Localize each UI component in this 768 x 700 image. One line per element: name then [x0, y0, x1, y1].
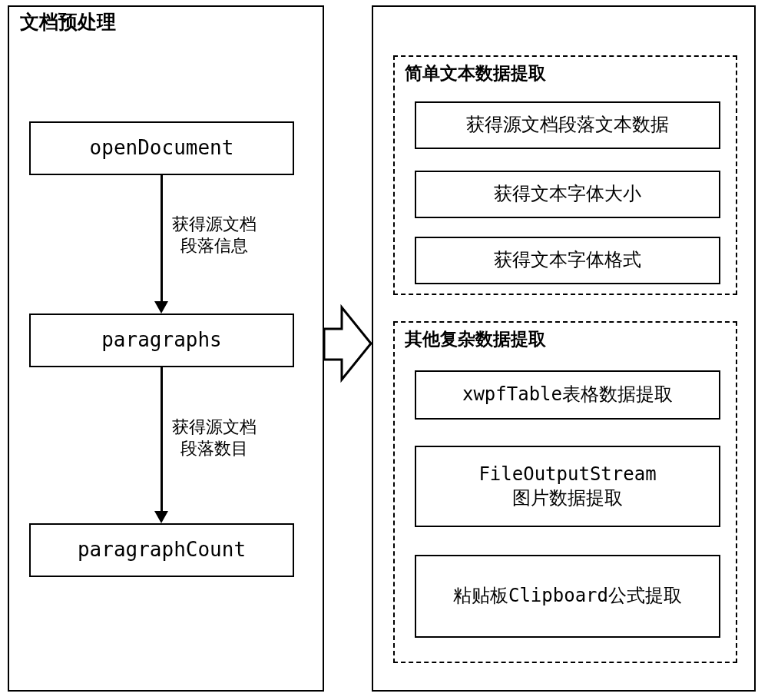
- group1-item3: 获得文本字体格式: [415, 237, 720, 284]
- arrow-line-1: [161, 175, 163, 302]
- step-paragraph-count: paragraphCount: [29, 523, 294, 577]
- arrow-head-1: [154, 301, 168, 314]
- step-paragraphs: paragraphs: [29, 314, 294, 367]
- arrow2-label-line1: 获得源文档: [172, 417, 257, 436]
- group2-item2-line2: 图片数据提取: [512, 487, 623, 509]
- arrow2-label: 获得源文档 段落数目: [172, 416, 257, 459]
- arrow-line-2: [161, 367, 163, 512]
- group2-title: 其他复杂数据提取: [402, 327, 549, 351]
- arrow1-label-line1: 获得源文档: [172, 214, 257, 234]
- group2-item2: FileOutputStream 图片数据提取: [415, 446, 720, 527]
- left-panel-title: 文档预处理: [17, 9, 119, 35]
- group1-title: 简单文本数据提取: [402, 61, 549, 85]
- group2-item3: 粘贴板Clipboard公式提取: [415, 555, 720, 638]
- arrow2-label-line2: 段落数目: [180, 439, 248, 458]
- group1-item1: 获得源文档段落文本数据: [415, 101, 720, 149]
- diagram-canvas: 文档预处理 openDocument 获得源文档 段落信息 paragraphs…: [0, 0, 768, 700]
- group1-item2: 获得文本字体大小: [415, 171, 720, 218]
- arrow1-label-line2: 段落信息: [180, 236, 248, 255]
- big-arrow-icon: [323, 300, 372, 388]
- arrow-head-2: [154, 511, 168, 523]
- arrow1-label: 获得源文档 段落信息: [172, 214, 257, 256]
- group2-item1: xwpfTable表格数据提取: [415, 370, 720, 420]
- step-open-document: openDocument: [29, 121, 294, 175]
- group2-item2-line1: FileOutputStream: [478, 463, 656, 485]
